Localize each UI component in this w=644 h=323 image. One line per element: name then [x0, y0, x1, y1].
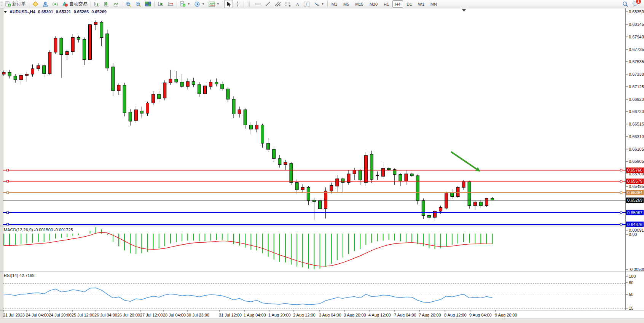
rsi-label: RSI(14) 42.7198 [4, 273, 35, 278]
timeframe-button-D1[interactable]: D1 [404, 0, 414, 8]
price-tick-label: 0.67535 [629, 59, 644, 64]
crosshair-button[interactable] [233, 0, 242, 8]
vertical-line-button[interactable] [245, 0, 253, 8]
rsi-name: RSI(14) [4, 273, 18, 278]
price-tick-label: 0.65905 [629, 159, 644, 164]
timeframe-button-M30[interactable]: M30 [367, 0, 380, 8]
chat-button[interactable]: 1 [632, 1, 639, 8]
level-handle[interactable] [620, 180, 622, 182]
new-order-button[interactable]: 新订单 [3, 0, 28, 8]
arrows-button[interactable]: ▼ [312, 0, 326, 8]
candle-body-down [319, 201, 322, 209]
candle-body-up [134, 110, 137, 121]
candle-body-up [117, 85, 120, 91]
candle-body-down [198, 84, 201, 94]
price-tag-label: 0.65269 [627, 198, 642, 202]
candle-body-up [54, 38, 57, 52]
equidistant-channel-icon: E [274, 1, 281, 7]
chart-menu-icon[interactable] [4, 11, 7, 13]
candle-body-down [491, 198, 494, 200]
candle-body-down [226, 89, 230, 99]
time-label: 2 Aug 12:00 [293, 313, 316, 317]
equidistant-channel-button[interactable]: E [273, 0, 283, 8]
candle-body-up [473, 202, 477, 206]
timeframe-button-MN[interactable]: MN [428, 0, 440, 8]
crosshair-icon [235, 1, 241, 7]
candle-body-down [106, 34, 109, 68]
arrows-icon [314, 2, 320, 7]
price-tick-label: 0.66720 [629, 109, 644, 114]
candle-body-down [14, 76, 17, 80]
time-label: 7 Aug 20:00 [419, 313, 441, 317]
line-chart-button[interactable] [111, 0, 121, 8]
candle-body-down [232, 99, 235, 114]
templates-button[interactable]: ▼ [207, 0, 222, 8]
metaeditor-icon [32, 1, 38, 7]
text-label-button[interactable]: T [302, 0, 312, 8]
timeframe-button-M1[interactable]: M1 [329, 0, 340, 8]
signals-button[interactable] [50, 0, 60, 8]
auto-scroll-button[interactable] [156, 0, 166, 8]
time-label: 9 Aug 04:00 [469, 313, 492, 317]
cursor-button[interactable] [224, 0, 233, 8]
level-handle[interactable] [7, 212, 9, 213]
bar-chart-button[interactable] [92, 0, 102, 8]
mql5-community-icon [42, 1, 48, 7]
level-handle[interactable] [620, 223, 622, 225]
candlestick-chart-button[interactable] [102, 0, 111, 8]
level-handle[interactable] [7, 223, 9, 225]
chart-shift-button[interactable] [166, 0, 175, 8]
candle-body-down [278, 159, 281, 165]
price-tick-label: 0.67330 [629, 72, 644, 76]
chart-canvas[interactable]: 0.683500.681450.679400.677350.675350.673… [0, 8, 644, 323]
candle-body-up [25, 74, 28, 75]
arrows-caret-icon: ▼ [321, 2, 324, 6]
price-tag-label: 0.65579 [627, 179, 642, 183]
time-label: 1 Aug 04:00 [244, 313, 266, 317]
candle-body-up [65, 52, 69, 55]
trendline-icon [265, 1, 271, 7]
rsi-axis-label: 15 [629, 306, 633, 310]
zoom-out-button[interactable] [133, 0, 143, 8]
level-handle[interactable] [620, 192, 622, 194]
candle-body-up [169, 79, 172, 83]
autotrade-button[interactable]: 自动交易 [60, 0, 89, 8]
candle-body-down [295, 183, 298, 190]
level-handle[interactable] [7, 192, 9, 194]
indicators-button[interactable]: ▼ [178, 0, 192, 8]
candle-body-down [123, 85, 126, 113]
time-label: 24 Jul 20:00 [49, 313, 72, 317]
mql5-community-button[interactable] [40, 0, 50, 8]
candle-body-down [221, 84, 224, 89]
level-handle[interactable] [620, 169, 622, 171]
timeframe-button-M5[interactable]: M5 [341, 0, 352, 8]
search-icon[interactable] [622, 1, 628, 7]
fibonacci-button[interactable]: F [283, 0, 293, 8]
macd-name: MACD(12,26,9) [4, 228, 33, 232]
trendline-button[interactable] [263, 0, 273, 8]
timeframe-button-M15[interactable]: M15 [352, 0, 366, 8]
chart-title[interactable]: AUDUSD-,H4 0.65301 0.65321 0.65265 0.652… [4, 10, 107, 14]
level-handle[interactable] [7, 169, 9, 171]
candle-body-up [382, 169, 385, 177]
candle-body-down [451, 193, 454, 197]
macd-axis-label: -0.005093 [629, 267, 644, 272]
metaeditor-button[interactable] [30, 0, 40, 8]
candle-body-up [301, 187, 304, 189]
candle-body-up [31, 69, 34, 74]
timeframe-button-W1[interactable]: W1 [415, 0, 427, 8]
horizontal-line-button[interactable] [253, 0, 263, 8]
level-handle[interactable] [620, 212, 622, 213]
candle-body-up [364, 156, 367, 183]
candle-body-down [416, 176, 419, 201]
toolbar-separator [223, 1, 223, 7]
periods-button[interactable]: ▼ [192, 0, 207, 8]
toolbar-separator [327, 1, 328, 7]
candle-body-up [439, 207, 442, 211]
level-handle[interactable] [7, 180, 9, 182]
timeframe-button-H4[interactable]: H4 [392, 0, 403, 8]
timeframe-button-H1[interactable]: H1 [381, 0, 392, 8]
text-button[interactable]: A [293, 0, 302, 8]
tile-windows-button[interactable] [143, 0, 153, 8]
zoom-in-button[interactable] [123, 0, 133, 8]
